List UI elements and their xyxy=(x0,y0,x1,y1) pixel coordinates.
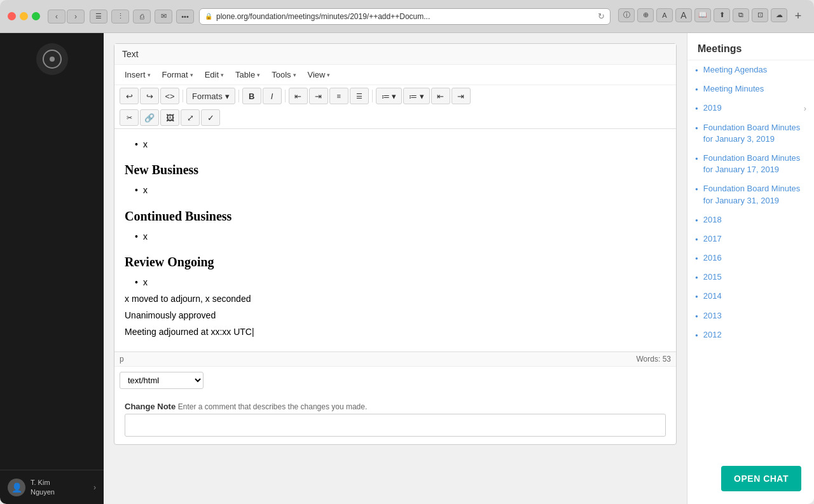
bullet-icon-8: ● xyxy=(695,255,698,261)
sidebar-item-label-5: Foundation Board Minutes for January 31,… xyxy=(703,183,806,206)
bullet-dot-4: • xyxy=(135,275,138,289)
continued-business-heading: Continued Business xyxy=(125,206,666,226)
info-icon[interactable]: ⓘ xyxy=(618,8,635,22)
sidebar-item-label-3: Foundation Board Minutes for January 3, … xyxy=(703,122,806,145)
editor-content[interactable]: • x New Business • x Continued Business … xyxy=(114,129,676,351)
font-small-icon[interactable]: A xyxy=(656,8,673,22)
avatar: 👤 xyxy=(8,479,25,496)
sidebar-item-2015[interactable]: ● 2015 xyxy=(687,268,814,287)
sidebar-item-2016[interactable]: ● 2016 xyxy=(687,249,814,268)
code-button[interactable]: <> xyxy=(160,88,179,104)
user-arrow-icon[interactable]: › xyxy=(93,483,96,492)
sidebar-item-2014[interactable]: ● 2014 xyxy=(687,287,814,306)
sidebar-item-2013[interactable]: ● 2013 xyxy=(687,306,814,325)
bullet-dot-3: • xyxy=(135,229,138,243)
sidebar-item-jan3[interactable]: ● Foundation Board Minutes for January 3… xyxy=(687,118,814,149)
sidebar-item-2017[interactable]: ● 2017 xyxy=(687,229,814,249)
table-menu[interactable]: Table▾ xyxy=(230,69,265,81)
bullet-dot-2: • xyxy=(135,183,138,197)
align-justify-button[interactable]: ☰ xyxy=(350,88,369,104)
align-left-button[interactable]: ⇤ xyxy=(289,88,308,104)
cloud-icon[interactable]: ☁ xyxy=(771,8,787,22)
zoom-icon[interactable]: ⊕ xyxy=(637,8,654,22)
redo-button[interactable]: ↪ xyxy=(140,88,159,104)
sidebar-item-meeting-agendas[interactable]: ● Meeting Agendas xyxy=(687,60,814,79)
right-sidebar: Meetings ● Meeting Agendas ● Meeting Min… xyxy=(687,33,814,504)
logo-ring xyxy=(43,50,62,69)
sidebar-item-label-8: 2016 xyxy=(703,252,806,264)
sidebar-item-meeting-minutes[interactable]: ● Meeting Minutes xyxy=(687,79,814,99)
user-info[interactable]: 👤 T. Kim Nguyen › xyxy=(0,470,104,504)
insert-caret: ▾ xyxy=(148,72,151,78)
bullet-item-1: • x xyxy=(125,137,666,152)
formats-dropdown[interactable]: Formats ▾ xyxy=(186,88,235,104)
browser-frame: ‹ › ☰ ⋮ ⎙ ✉ ••• 🔒 plone.org/foundation/m… xyxy=(0,0,814,504)
lock-icon: 🔒 xyxy=(205,13,212,20)
year-2019-arrow-icon: › xyxy=(804,104,806,113)
view-menu[interactable]: View▾ xyxy=(303,69,336,81)
separator-4 xyxy=(372,90,373,102)
view-caret: ▾ xyxy=(327,72,330,78)
insert-menu[interactable]: Insert▾ xyxy=(120,69,156,81)
change-note-input[interactable] xyxy=(125,414,666,437)
format-select[interactable]: text/html text/plain text/restructured xyxy=(120,372,204,389)
edit-menu[interactable]: Edit▾ xyxy=(200,69,229,81)
editor-statusbar: p Words: 53 xyxy=(114,351,676,366)
align-right-button[interactable]: ≡ xyxy=(329,88,348,104)
grid-icon[interactable]: ⋮ xyxy=(111,10,129,24)
user-name: T. Kim Nguyen xyxy=(31,478,55,496)
change-note-label: Change Note Enter a comment that describ… xyxy=(125,402,666,411)
app-logo xyxy=(36,43,68,75)
approved-line: Unanimously approved xyxy=(125,307,666,324)
indent-button[interactable]: ⇥ xyxy=(452,88,471,104)
editor-menubar: Insert▾ Format▾ Edit▾ Table▾ Tools▾ xyxy=(114,65,676,85)
format-menu[interactable]: Format▾ xyxy=(157,69,198,81)
outdent-button[interactable]: ⇤ xyxy=(431,88,450,104)
tools-menu[interactable]: Tools▾ xyxy=(266,69,301,81)
extensions-icon[interactable]: ⧉ xyxy=(733,8,749,22)
share-icon[interactable]: ⬆ xyxy=(714,8,730,22)
editor-buttons: ↩ ↪ <> Formats ▾ B I ⇤ ⇥ xyxy=(114,85,676,107)
italic-button[interactable]: I xyxy=(263,88,282,104)
bullet-icon-12: ● xyxy=(695,332,698,338)
more-icon[interactable]: ••• xyxy=(176,10,194,24)
sidebar-item-label-4: Foundation Board Minutes for January 17,… xyxy=(703,153,806,175)
back-button[interactable]: ‹ xyxy=(48,10,66,24)
sidebar-item-label-9: 2015 xyxy=(703,271,806,283)
bullet-icon-3: ● xyxy=(695,125,698,131)
reader-icon[interactable]: 📖 xyxy=(694,8,711,22)
tab-manager-icon[interactable]: ⊡ xyxy=(752,8,768,22)
sidebar-item-jan17[interactable]: ● Foundation Board Minutes for January 1… xyxy=(687,149,814,179)
maximize-button[interactable] xyxy=(32,12,40,20)
special-chars-button[interactable]: ✂ xyxy=(120,109,139,126)
bold-button[interactable]: B xyxy=(242,88,261,104)
sidebar-item-2012[interactable]: ● 2012 xyxy=(687,325,814,344)
forward-button[interactable]: › xyxy=(67,10,85,24)
image-button[interactable]: 🖼 xyxy=(160,109,179,126)
link-button[interactable]: 🔗 xyxy=(140,109,159,126)
separator-1 xyxy=(183,90,183,102)
sidebar-item-jan31[interactable]: ● Foundation Board Minutes for January 3… xyxy=(687,179,814,210)
reload-icon[interactable]: ↻ xyxy=(598,11,605,21)
print-icon[interactable]: ⎙ xyxy=(133,10,151,24)
font-large-icon[interactable]: A xyxy=(675,8,692,22)
fullscreen-button[interactable]: ⤢ xyxy=(181,109,200,126)
open-chat-button[interactable]: OPEN CHAT xyxy=(721,466,801,491)
sidebar-toggle-icon[interactable]: ☰ xyxy=(90,10,107,24)
bullet-icon-7: ● xyxy=(695,236,698,242)
minimize-button[interactable] xyxy=(20,12,28,20)
undo-button[interactable]: ↩ xyxy=(120,88,139,104)
sidebar-item-label-2: 2019 xyxy=(703,102,799,114)
ordered-list-button[interactable]: ≔ ▾ xyxy=(403,88,430,104)
align-center-button[interactable]: ⇥ xyxy=(309,88,328,104)
unordered-list-button[interactable]: ≔ ▾ xyxy=(376,88,403,104)
spell-check-button[interactable]: ✓ xyxy=(201,109,220,126)
sidebar-item-2019[interactable]: ● 2019 › xyxy=(687,99,814,118)
mail-icon[interactable]: ✉ xyxy=(155,10,172,24)
new-tab-button[interactable]: + xyxy=(790,8,806,25)
close-button[interactable] xyxy=(8,12,16,20)
text-cursor xyxy=(252,327,254,337)
sidebar-item-2018[interactable]: ● 2018 xyxy=(687,210,814,229)
address-bar[interactable]: 🔒 plone.org/foundation/meetings/minutes/… xyxy=(199,8,610,25)
sidebar-item-label-7: 2017 xyxy=(703,233,806,245)
